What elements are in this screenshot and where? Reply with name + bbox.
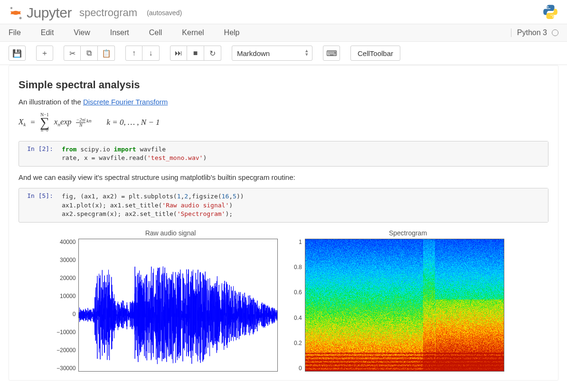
svg-point-1 <box>19 17 22 19</box>
input-prompt: In [5]: <box>19 188 57 222</box>
code-cell-5[interactable]: In [5]: fig, (ax1, ax2) = plt.subplots(1… <box>19 188 548 223</box>
save-icon: 💾 <box>12 49 22 58</box>
keyboard-icon: ⌨ <box>326 49 337 58</box>
kernel-status-icon <box>552 29 558 36</box>
markdown-heading[interactable]: Simple spectral analysis <box>19 79 548 91</box>
cell-type-value: Markdown <box>237 49 270 57</box>
copy-icon: ⧉ <box>86 49 92 57</box>
cut-icon: ✂ <box>69 49 76 58</box>
run-group: ⏭ ■ ↻ <box>170 46 221 61</box>
move-group: ↑ ↓ <box>125 46 160 61</box>
stop-icon: ■ <box>193 49 198 57</box>
raw-audio-plot: Raw audio signal 40000 30000 20000 10000… <box>57 229 284 372</box>
cell-toolbar-button[interactable]: CellToolbar <box>350 46 400 61</box>
move-up-button[interactable]: ↑ <box>125 46 142 61</box>
sigma-icon: N−1 ∑ n=0 <box>40 112 49 132</box>
cell-type-select[interactable]: Markdown ▴▾ <box>232 46 312 61</box>
step-forward-icon: ⏭ <box>175 49 182 57</box>
arrow-down-icon: ↓ <box>149 49 153 57</box>
cut-button[interactable]: ✂ <box>64 46 81 61</box>
menu-kernel[interactable]: Kernel <box>182 28 204 37</box>
menu-file[interactable]: File <box>9 28 21 37</box>
save-button[interactable]: 💾 <box>9 46 26 61</box>
code-cell-2[interactable]: In [2]: from scipy.io import wavfile rat… <box>19 141 548 167</box>
menu-help[interactable]: Help <box>224 28 240 37</box>
markdown-cell-intro[interactable]: An illustration of the Discrete Fourier … <box>19 98 548 106</box>
menu-cell[interactable]: Cell <box>149 28 162 37</box>
toolbar: 💾 ＋ ✂ ⧉ 📋 ↑ ↓ ⏭ ■ ↻ Markdown ▴▾ ⌨ CellTo… <box>0 42 567 65</box>
code-input[interactable]: fig, (ax1, ax2) = plt.subplots(1,2,figsi… <box>57 188 548 222</box>
copy-button[interactable]: ⧉ <box>81 46 98 61</box>
yticks-spec: 1 0.8 0.6 0.4 0.2 0 <box>294 239 305 372</box>
notebook-name[interactable]: spectrogram <box>79 7 137 19</box>
jupyter-wordmark: Jupyter <box>27 5 72 21</box>
raw-audio-chart <box>78 239 278 372</box>
input-prompt: In [2]: <box>19 141 57 166</box>
select-caret-icon: ▴▾ <box>305 48 308 56</box>
paste-button[interactable]: 📋 <box>98 46 115 61</box>
jupyter-logo[interactable]: Jupyter <box>9 5 72 21</box>
insert-cell-below-button[interactable]: ＋ <box>36 46 53 61</box>
code-input[interactable]: from scipy.io import wavfile rate, x = w… <box>57 141 548 166</box>
fraction: −2πi N <box>76 118 85 128</box>
notebook-container: Simple spectral analysis An illustration… <box>9 65 558 381</box>
autosave-status: (autosaved) <box>147 9 182 17</box>
math-equation: Xk = N−1 ∑ n=0 xnexp −2πi N kn k = 0, … … <box>19 112 548 132</box>
plot-title: Raw audio signal <box>57 229 284 237</box>
spectrogram-chart <box>305 239 504 372</box>
svg-point-0 <box>10 7 12 9</box>
markdown-cell-spec[interactable]: And we can easily view it's spectral str… <box>19 173 548 181</box>
plus-icon: ＋ <box>41 48 48 58</box>
command-palette-button[interactable]: ⌨ <box>323 46 340 61</box>
interrupt-button[interactable]: ■ <box>187 46 204 61</box>
menu-bar: File Edit View Insert Cell Kernel Help P… <box>0 24 567 42</box>
cell-5-output: . Raw audio signal 40000 30000 20000 100… <box>19 229 548 372</box>
notebook-header: Jupyter spectrogram (autosaved) <box>0 0 567 24</box>
plot-title: Spectrogram <box>294 229 522 237</box>
dft-link[interactable]: Discrete Fourier Transform <box>83 98 168 106</box>
run-button[interactable]: ⏭ <box>170 46 187 61</box>
menu-insert[interactable]: Insert <box>110 28 129 37</box>
jupyter-planet-icon <box>9 6 23 20</box>
kernel-name: Python 3 <box>517 28 547 37</box>
restart-button[interactable]: ↻ <box>204 46 221 61</box>
menu-view[interactable]: View <box>74 28 90 37</box>
arrow-up-icon: ↑ <box>132 49 136 57</box>
restart-icon: ↻ <box>209 49 216 58</box>
python-logo-icon <box>542 4 558 22</box>
edit-group: ✂ ⧉ 📋 <box>64 46 115 61</box>
cell-toolbar-label: CellToolbar <box>358 49 393 57</box>
md-intro-text: An illustration of the <box>19 98 83 106</box>
paste-icon: 📋 <box>102 49 111 58</box>
move-down-button[interactable]: ↓ <box>142 46 160 61</box>
menu-edit[interactable]: Edit <box>41 28 54 37</box>
kernel-indicator[interactable]: Python 3 <box>511 28 558 37</box>
spectrogram-plot: Spectrogram 1 0.8 0.6 0.4 0.2 0 <box>294 229 522 372</box>
yticks-raw: 40000 30000 20000 10000 0 −10000 −20000 … <box>57 239 78 372</box>
